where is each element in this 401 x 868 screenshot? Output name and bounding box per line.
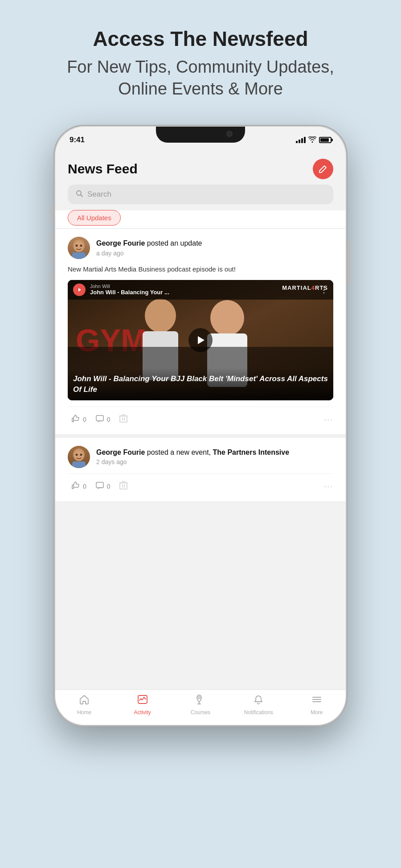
svg-point-34 <box>198 697 200 699</box>
page-header: Access The Newsfeed For New Tips, Commun… <box>0 0 401 118</box>
phone-side-btn-vol-down <box>51 271 53 302</box>
video-thumbnail[interactable]: GYM <box>68 280 333 400</box>
search-placeholder: Search <box>87 190 111 199</box>
svg-rect-18 <box>96 415 103 421</box>
post-card-2: George Fourie posted a new event, The Pa… <box>55 438 346 501</box>
post-2-actions: 0 0 <box>68 473 333 501</box>
notch <box>156 127 245 143</box>
like-icon-2 <box>71 481 80 492</box>
delete-button-1[interactable] <box>116 412 131 427</box>
tab-more[interactable]: More <box>288 694 346 716</box>
filter-bar: All Updates <box>55 210 346 228</box>
avatar-image-1 <box>68 237 90 259</box>
svg-rect-28 <box>96 482 103 488</box>
svg-point-4 <box>76 245 78 247</box>
video-channel-logo <box>73 284 86 296</box>
battery-icon <box>319 137 331 143</box>
video-title-text: John Will - Balancing Your ... <box>90 289 315 296</box>
more-options-2[interactable]: ··· <box>324 482 333 491</box>
post-1-meta: George Fourie posted an update a day ago <box>96 239 333 257</box>
comment-button-1[interactable]: 0 <box>92 412 114 427</box>
phone-side-btn-mute <box>51 205 53 223</box>
tab-courses-label: Courses <box>191 709 211 716</box>
home-icon <box>79 694 90 708</box>
post-2-author: George Fourie posted a new event, The Pa… <box>96 448 333 457</box>
post-2-time: 2 days ago <box>96 458 333 465</box>
more-options-1[interactable]: ··· <box>324 415 333 424</box>
like-count-1: 0 <box>83 416 86 423</box>
phone-side-btn-power <box>348 241 350 285</box>
svg-point-26 <box>80 453 82 456</box>
post-1-avatar <box>68 237 90 259</box>
tab-more-label: More <box>311 709 323 716</box>
video-play-button[interactable] <box>188 328 213 352</box>
comment-icon-2 <box>95 481 104 492</box>
post-1-author: George Fourie posted an update <box>96 239 333 248</box>
tab-home[interactable]: Home <box>55 694 113 716</box>
like-button-2[interactable]: 0 <box>68 479 90 494</box>
posts-divider <box>55 434 346 438</box>
activity-icon <box>137 694 148 708</box>
comment-icon <box>95 414 104 425</box>
svg-line-1 <box>81 195 82 197</box>
martial-arts-logo: MARTIAL4RTS <box>282 284 328 291</box>
all-updates-filter[interactable]: All Updates <box>68 210 121 226</box>
screen-content: News Feed <box>55 150 346 689</box>
svg-point-10 <box>145 299 176 333</box>
comment-count-2: 0 <box>107 483 110 490</box>
phone-shell: 9:41 <box>53 125 348 727</box>
svg-marker-17 <box>198 336 205 344</box>
phone-side-btn-vol-up <box>51 232 53 263</box>
search-icon <box>76 190 83 199</box>
video-top-bar: John Will John Will - Balancing Your ...… <box>68 280 333 300</box>
courses-icon <box>195 694 206 708</box>
status-icons <box>296 136 331 144</box>
tab-activity[interactable]: Activity <box>113 694 171 716</box>
svg-rect-6 <box>72 252 86 259</box>
search-bar[interactable]: Search <box>68 185 333 204</box>
video-channel-name: John Will <box>90 284 315 289</box>
video-title-bar: John Will John Will - Balancing Your ... <box>90 284 315 296</box>
svg-point-25 <box>76 453 78 456</box>
svg-point-12 <box>210 300 244 336</box>
post-1-actions: 0 0 <box>68 407 333 434</box>
tab-courses[interactable]: Courses <box>172 694 229 716</box>
phone-screen: 9:41 <box>55 127 346 725</box>
delete-button-2[interactable] <box>116 479 131 494</box>
newsfeed-header: News Feed <box>55 150 346 185</box>
comment-count-1: 0 <box>107 416 110 423</box>
post-2-avatar <box>68 446 90 468</box>
post-1-time: a day ago <box>96 250 333 257</box>
tab-notifications[interactable]: Notifications <box>229 694 287 716</box>
newsfeed-title: News Feed <box>68 161 138 177</box>
like-button-1[interactable]: 0 <box>68 412 90 427</box>
signal-bars-icon <box>296 137 306 143</box>
edit-button[interactable] <box>313 159 333 179</box>
post-1-header: George Fourie posted an update a day ago <box>68 237 333 259</box>
tab-home-label: Home <box>77 709 91 716</box>
svg-rect-29 <box>120 483 127 489</box>
page-background: Access The Newsfeed For New Tips, Commun… <box>0 0 401 868</box>
like-count-2: 0 <box>83 483 86 490</box>
more-icon <box>311 694 322 708</box>
post-card-1: George Fourie posted an update a day ago… <box>55 229 346 434</box>
svg-point-5 <box>80 245 82 247</box>
comment-button-2[interactable]: 0 <box>92 479 114 494</box>
svg-rect-27 <box>72 461 86 468</box>
video-caption-text: John Will - Balancing Your BJJ Black Bel… <box>73 374 328 395</box>
like-icon <box>71 414 80 425</box>
wifi-icon <box>308 136 316 144</box>
tab-bar: Home Activity <box>55 689 346 725</box>
status-time: 9:41 <box>70 136 85 144</box>
notifications-icon <box>253 694 264 708</box>
tab-activity-label: Activity <box>134 709 151 716</box>
post-1-text: New Martial Arts Media Business podcast … <box>68 264 333 275</box>
notch-camera <box>226 131 233 137</box>
post-2-header: George Fourie posted a new event, The Pa… <box>68 446 333 468</box>
tab-notifications-label: Notifications <box>244 709 273 716</box>
video-bottom-caption: John Will - Balancing Your BJJ Black Bel… <box>68 368 333 400</box>
svg-rect-19 <box>120 416 127 422</box>
page-subtitle: For New Tips, Community Updates,Online E… <box>36 56 365 100</box>
page-title: Access The Newsfeed <box>36 27 365 51</box>
video-bg-image: GYM <box>68 280 333 400</box>
